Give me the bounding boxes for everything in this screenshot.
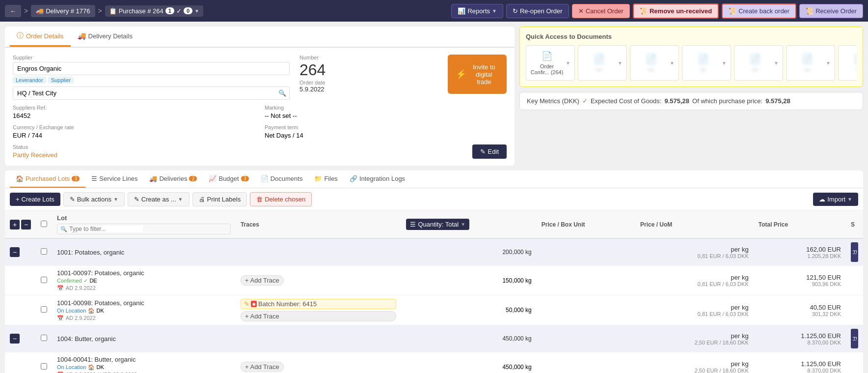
purchase-price-label: Of which purchase price:	[692, 97, 762, 105]
delete-chosen-button[interactable]: 🗑 Delete chosen	[250, 192, 312, 206]
subtab-deliveries[interactable]: 🚚 Deliveries 2	[143, 171, 203, 188]
check-chevron: ▼	[194, 8, 199, 14]
calendar-icon: 📅	[57, 315, 64, 321]
lot-search-input[interactable]	[69, 226, 143, 232]
subtab-service-lines[interactable]: ☰ Service Lines	[85, 171, 143, 188]
order-form: Supplier Leverandor Supplier 🔍 Number	[5, 48, 515, 166]
doc-card-5[interactable]: 📄 — ▼	[734, 45, 783, 81]
row-collapse-btn[interactable]: −	[10, 247, 20, 257]
doc-card-3[interactable]: 📄 — ▼	[630, 45, 679, 81]
lot-name: 1001-00098: Potatoes, organic	[57, 299, 231, 307]
remove-icon: 📜	[640, 7, 648, 15]
invite-digital-trade-button[interactable]: ⚡ Invite to digital trade	[448, 55, 507, 94]
select-all-checkbox[interactable]	[41, 221, 47, 227]
cancel-order-button[interactable]: ✕ Cancel Order	[572, 4, 630, 18]
key-metrics-label: Key Metrics (DKK)	[527, 97, 579, 105]
supplier-label: Supplier	[13, 55, 290, 60]
create-as-button[interactable]: ✎ Create as ... ▼	[128, 192, 190, 206]
total-price-sub: 8.370,00 DKK	[759, 340, 841, 345]
row-price-uom-cell: per kg 0,81 EUR / 6,03 DKK	[635, 295, 754, 325]
doc-icon-5: 📄	[750, 54, 760, 64]
subtab-budget[interactable]: 📈 Budget 3	[203, 171, 254, 188]
doc-card-1[interactable]: 📄 Order Confir... (264) ▼	[526, 45, 575, 81]
supplier-input[interactable]	[13, 62, 290, 75]
import-button[interactable]: ☁ Import ▼	[813, 193, 858, 206]
key-metrics-inner: Key Metrics (DKK) ✓ Expected Cost of Goo…	[527, 97, 856, 105]
doc-card-7[interactable]: 📄 — ▼	[838, 45, 857, 81]
supplier-tag-supplier[interactable]: Supplier	[48, 77, 74, 84]
breadcrumb-area: ← > 🚚 Delivery # 1776 > 📋 Purchase # 264…	[5, 5, 448, 17]
receive-order-button[interactable]: 📜 Receive Order	[799, 4, 863, 18]
purchase-icon: 📋	[109, 7, 117, 15]
documents-icon: 📄	[261, 175, 269, 182]
print-labels-button[interactable]: 🖨 Print Labels	[192, 192, 247, 206]
row-lot-name-cell: 1004: Butter, organic	[52, 325, 236, 352]
currency-label: Currency / Exchange rate	[13, 124, 255, 130]
row-checkbox[interactable]	[41, 248, 47, 255]
doc-card-6[interactable]: 📄 — ▼	[786, 45, 835, 81]
row-collapse-btn[interactable]: −	[10, 334, 20, 344]
supplier-tag-leverandor[interactable]: Leverandor	[13, 77, 46, 84]
invite-icon: ⚡	[456, 69, 466, 80]
bulk-actions-button[interactable]: ✎ Bulk actions ▼	[63, 192, 125, 206]
subtab-documents[interactable]: 📄 Documents	[255, 171, 309, 188]
row-checkbox[interactable]	[41, 306, 47, 313]
subtab-files[interactable]: 📁 Files	[308, 171, 343, 188]
add-trace-icon: +	[245, 313, 249, 320]
suppliers-ref-value: 16452	[13, 112, 255, 119]
price-uom-label: per kg	[640, 360, 749, 368]
collapse-all-button[interactable]: −	[21, 220, 31, 230]
truck-icon: 🚚	[36, 7, 44, 15]
row-price-box-cell	[537, 325, 635, 352]
row-checkbox[interactable]	[41, 363, 47, 370]
col-price-uom-header: Price / UoM	[635, 211, 754, 238]
create-lots-button[interactable]: + Create Lots	[10, 193, 60, 206]
tab-order-details[interactable]: ⓘ Order Details	[10, 27, 71, 47]
tab-delivery-details[interactable]: 🚚 Delivery Details	[71, 27, 139, 47]
row-lot-name-cell: 1001-00098: Potatoes, organic On Locatio…	[52, 295, 236, 325]
row-price-box-cell	[537, 352, 635, 373]
add-trace-button[interactable]: + Add Trace	[241, 362, 284, 372]
price-uom-sub: 0,81 EUR / 6,03 DKK	[640, 281, 749, 287]
s-badge-btn[interactable]: Fi	[851, 242, 858, 262]
reports-button[interactable]: 📊 Reports ▼	[451, 4, 503, 18]
s-badge-btn[interactable]: Fi	[851, 329, 858, 348]
status-col: Status Partly Received	[13, 144, 57, 159]
lot-status-row: On Location 🏠 DK	[57, 307, 231, 314]
doc-card-4[interactable]: 📄 — ▼	[682, 45, 731, 81]
remove-unreceived-button[interactable]: 📜 Remove un-received	[633, 3, 719, 19]
doc-label-1: Order Confir... (264)	[530, 63, 564, 75]
lot-flag: DE	[89, 278, 97, 284]
supplier-col: Supplier Leverandor Supplier 🔍	[13, 55, 290, 100]
doc-cards: 📄 Order Confir... (264) ▼ 📄 — ▼ 📄 —	[526, 45, 857, 81]
quick-access-title: Quick Access to Documents	[526, 33, 857, 40]
add-trace-button[interactable]: + Add Trace	[241, 311, 396, 321]
row-checkbox[interactable]	[41, 277, 47, 283]
doc-card-2[interactable]: 📄 — ▼	[578, 45, 627, 81]
location-input[interactable]	[13, 87, 275, 99]
row-traces-cell	[236, 238, 401, 266]
total-price: 1.125,00 EUR	[759, 360, 841, 368]
row-checkbox[interactable]	[41, 335, 47, 341]
row-price-box-cell	[537, 266, 635, 295]
back-button[interactable]: ←	[5, 5, 21, 17]
row-expand-cell	[5, 266, 36, 295]
edit-button[interactable]: ✎ Edit	[472, 144, 507, 159]
reopen-order-button[interactable]: ↻ Re-open Order	[506, 4, 569, 18]
lot-date-row: 📅 AD 2.9.2022 / UBD 23.2.2023	[57, 371, 231, 373]
quantity-filter-button[interactable]: ☰ Quantity: Total ▼	[406, 219, 469, 230]
create-back-order-button[interactable]: 📜 Create back order	[722, 3, 796, 19]
total-price-sub: 903,96 DKK	[759, 281, 841, 287]
subtab-purchased-lots[interactable]: 🏠 Purchased Lots 3	[10, 171, 85, 188]
col-traces-header: Traces	[236, 211, 401, 238]
integration-logs-icon: 🔗	[350, 175, 357, 182]
currency-value: EUR / 744	[13, 132, 255, 139]
row-quantity-cell: 50,000 kg	[401, 295, 536, 325]
subtab-integration-logs[interactable]: 🔗 Integration Logs	[344, 171, 411, 188]
expand-all-button[interactable]: +	[10, 220, 20, 230]
row-price-box-cell	[537, 295, 635, 325]
lot-status: On Location	[57, 308, 86, 314]
delivery-nav-btn[interactable]: 🚚 Delivery # 1776	[31, 5, 95, 17]
add-trace-button[interactable]: + Add Trace	[241, 275, 284, 286]
row-lot-name-cell: 1004-00041: Butter, organic On Location …	[52, 352, 236, 373]
